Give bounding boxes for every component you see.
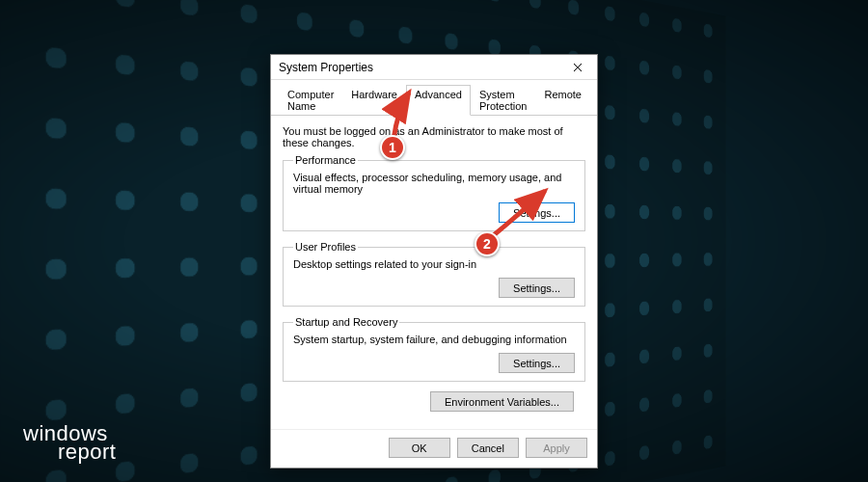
- dialog-content: You must be logged on as an Administrato…: [271, 116, 597, 429]
- system-properties-dialog: System Properties Computer Name Hardware…: [270, 54, 598, 469]
- annotation-badge-2: 2: [475, 231, 500, 256]
- group-user-profiles-desc: Desktop settings related to your sign-in: [293, 258, 575, 270]
- group-user-profiles: User Profiles Desktop settings related t…: [283, 241, 585, 307]
- dialog-footer: OK Cancel Apply: [271, 429, 597, 468]
- tab-system-protection[interactable]: System Protection: [471, 85, 536, 116]
- watermark-logo: windows report: [23, 424, 116, 463]
- watermark-line2: report: [58, 442, 116, 463]
- environment-variables-button[interactable]: Environment Variables...: [430, 391, 574, 412]
- group-performance-legend: Performance: [293, 154, 358, 166]
- tab-advanced[interactable]: Advanced: [406, 85, 471, 116]
- user-profiles-settings-button[interactable]: Settings...: [499, 278, 575, 298]
- annotation-badge-1: 1: [380, 135, 405, 160]
- group-startup-legend: Startup and Recovery: [293, 316, 399, 328]
- group-user-profiles-legend: User Profiles: [293, 241, 358, 253]
- tab-remote[interactable]: Remote: [535, 85, 590, 116]
- group-performance-desc: Visual effects, processor scheduling, me…: [293, 172, 575, 195]
- window-title: System Properties: [279, 61, 560, 74]
- tab-computer-name[interactable]: Computer Name: [279, 85, 342, 116]
- performance-settings-button[interactable]: Settings...: [499, 202, 575, 223]
- cancel-button[interactable]: Cancel: [457, 438, 519, 458]
- close-icon[interactable]: [560, 55, 595, 80]
- apply-button[interactable]: Apply: [526, 438, 587, 458]
- group-startup-desc: System startup, system failure, and debu…: [293, 334, 575, 345]
- titlebar[interactable]: System Properties: [271, 55, 597, 80]
- tab-strip: Computer Name Hardware Advanced System P…: [271, 80, 597, 116]
- group-performance: Performance Visual effects, processor sc…: [283, 154, 585, 231]
- startup-settings-button[interactable]: Settings...: [499, 353, 575, 373]
- tab-hardware[interactable]: Hardware: [342, 85, 406, 116]
- admin-note: You must be logged on as an Administrato…: [283, 125, 585, 148]
- ok-button[interactable]: OK: [389, 438, 450, 458]
- group-startup-recovery: Startup and Recovery System startup, sys…: [283, 316, 585, 382]
